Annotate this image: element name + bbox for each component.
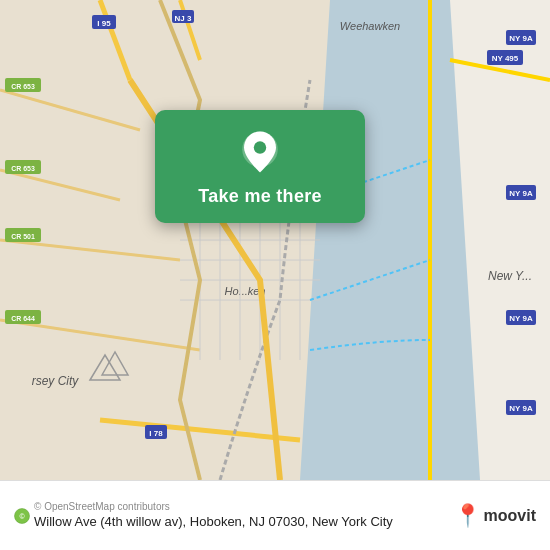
- svg-text:I 95: I 95: [97, 19, 111, 28]
- svg-point-55: [254, 141, 266, 153]
- svg-text:NY 9A: NY 9A: [509, 34, 533, 43]
- svg-text:NY 495: NY 495: [492, 54, 519, 63]
- popup-card: Take me there: [155, 110, 365, 223]
- svg-text:CR 644: CR 644: [11, 315, 35, 322]
- svg-text:NY 9A: NY 9A: [509, 189, 533, 198]
- address-text: Willow Ave (4th willow av), Hoboken, NJ …: [34, 514, 446, 531]
- location-pin-icon: [236, 128, 284, 176]
- svg-text:©: ©: [19, 513, 25, 520]
- moovit-pin-icon: 📍: [454, 503, 481, 529]
- svg-text:rsey City: rsey City: [32, 374, 80, 388]
- svg-marker-3: [300, 0, 480, 480]
- svg-text:NY 9A: NY 9A: [509, 404, 533, 413]
- svg-text:Weehawken: Weehawken: [340, 20, 400, 32]
- attribution-text: © OpenStreetMap contributors: [34, 501, 446, 512]
- map-background: I 95 NJ 3 CR 653 CR 653 CR 501 CR 644 I …: [0, 0, 550, 480]
- take-me-there-button[interactable]: Take me there: [198, 186, 322, 207]
- bottom-text-container: © OpenStreetMap contributors Willow Ave …: [34, 501, 446, 531]
- openstreetmap-logo: ©: [14, 508, 30, 524]
- svg-text:I 78: I 78: [149, 429, 163, 438]
- moovit-brand-text: moovit: [484, 507, 536, 525]
- svg-text:NJ 3: NJ 3: [175, 14, 192, 23]
- svg-text:NY 9A: NY 9A: [509, 314, 533, 323]
- map-container: I 95 NJ 3 CR 653 CR 653 CR 501 CR 644 I …: [0, 0, 550, 480]
- moovit-logo: 📍 moovit: [454, 503, 536, 529]
- svg-text:CR 501: CR 501: [11, 233, 35, 240]
- svg-text:CR 653: CR 653: [11, 165, 35, 172]
- bottom-bar: © © OpenStreetMap contributors Willow Av…: [0, 480, 550, 550]
- svg-text:New Y...: New Y...: [488, 269, 532, 283]
- svg-text:CR 653: CR 653: [11, 83, 35, 90]
